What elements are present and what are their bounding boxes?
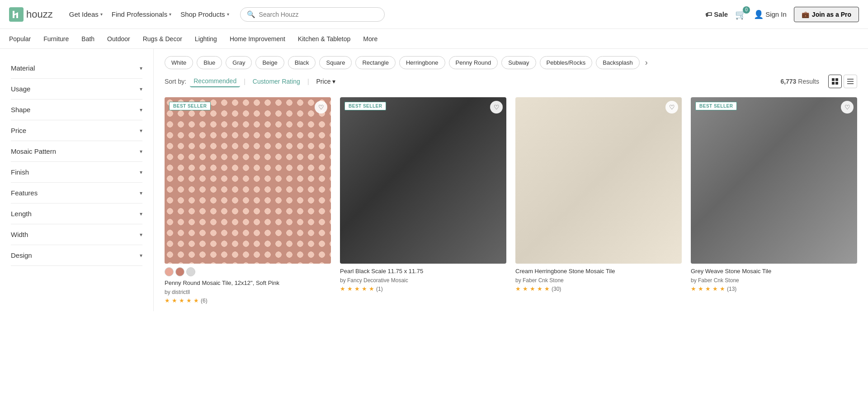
filter-finish-header[interactable]: Finish ▾ (11, 162, 142, 182)
subnav-outdoor[interactable]: Outdoor (107, 35, 130, 43)
star-4: ★ (186, 297, 192, 304)
product-rating-4: ★ ★ ★ ★ ★ (13) (691, 285, 857, 292)
nav-shop-products[interactable]: Shop Products ▾ (177, 10, 232, 18)
color-swatches-1 (165, 267, 331, 276)
main-nav: Get Ideas ▾ Find Professionals ▾ Shop Pr… (66, 10, 233, 18)
filter-design-header[interactable]: Design ▾ (11, 245, 142, 265)
star-5: ★ (193, 297, 199, 304)
sort-recommended[interactable]: Recommended (190, 76, 240, 87)
chip-black[interactable]: Black (288, 56, 316, 69)
sort-price[interactable]: Price ▾ (313, 76, 340, 87)
subnav-more[interactable]: More (363, 35, 377, 43)
star-3: ★ (179, 297, 184, 304)
user-icon: 👤 (754, 9, 764, 19)
product-brand-4: by Faber Cnk Stone (691, 277, 857, 284)
nav-get-ideas[interactable]: Get Ideas ▾ (66, 10, 106, 18)
chip-backsplash[interactable]: Backsplash (596, 56, 639, 69)
rating-count-1: (6) (201, 298, 208, 304)
chip-blue[interactable]: Blue (197, 56, 222, 69)
star-1: ★ (691, 285, 696, 292)
chip-pebbles-rocks[interactable]: Pebbles/Rocks (540, 56, 593, 69)
cart-button[interactable]: 🛒 0 (735, 9, 746, 20)
chip-subway[interactable]: Subway (501, 56, 536, 69)
product-image-wrap-4: BEST SELLER ♡ (691, 97, 857, 264)
sign-in-button[interactable]: 👤 Sign In (754, 9, 787, 19)
chip-penny-round[interactable]: Penny Round (449, 56, 498, 69)
best-seller-badge-2: BEST SELLER (344, 102, 386, 110)
wishlist-button-2[interactable]: ♡ (490, 101, 503, 114)
swatch-pink[interactable] (165, 267, 174, 276)
svg-rect-6 (847, 81, 854, 82)
filter-features: Features ▾ (11, 183, 142, 204)
sale-button[interactable]: 🏷 Sale (705, 10, 728, 18)
filter-shape: Shape ▾ (11, 99, 142, 120)
logo[interactable]: houzz (9, 7, 53, 22)
subnav-kitchen-tabletop[interactable]: Kitchen & Tabletop (298, 35, 351, 43)
chips-more-button[interactable]: › (643, 58, 650, 67)
product-brand-3: by Faber Cnk Stone (515, 277, 682, 284)
chip-square[interactable]: Square (319, 56, 352, 69)
main-content: Material ▾ Usage ▾ Shape ▾ Price ▾ Mosai (0, 49, 868, 311)
filter-price-header[interactable]: Price ▾ (11, 120, 142, 141)
star-4: ★ (712, 285, 718, 292)
filter-material-header[interactable]: Material ▾ (11, 58, 142, 78)
product-card-4: BEST SELLER ♡ Grey Weave Stone Mosaic Ti… (691, 97, 857, 304)
chevron-down-icon: ▾ (140, 65, 142, 71)
product-card-3: ♡ Cream Herringbone Stone Mosaic Tile by… (515, 97, 682, 304)
grid-view-button[interactable] (828, 75, 842, 88)
swatch-terracotta[interactable] (175, 267, 184, 276)
list-view-button[interactable] (844, 75, 857, 88)
filter-usage-header[interactable]: Usage ▾ (11, 79, 142, 99)
chevron-down-icon: ▾ (332, 78, 335, 85)
star-4: ★ (537, 285, 542, 292)
subnav-popular[interactable]: Popular (9, 35, 31, 43)
sort-customer-rating[interactable]: Customer Rating (249, 76, 304, 87)
cart-badge: 0 (743, 6, 750, 14)
briefcase-icon: 💼 (802, 11, 809, 18)
filter-length-header[interactable]: Length ▾ (11, 204, 142, 224)
star-3: ★ (530, 285, 535, 292)
filter-chips: White Blue Gray Beige Black Square Recta… (165, 56, 857, 69)
chip-beige[interactable]: Beige (255, 56, 284, 69)
chip-rectangle[interactable]: Rectangle (355, 56, 396, 69)
wishlist-button-4[interactable]: ♡ (841, 101, 854, 114)
star-2: ★ (698, 285, 703, 292)
swatch-grey[interactable] (186, 267, 195, 276)
filter-price: Price ▾ (11, 120, 142, 141)
product-image-2 (340, 97, 506, 264)
subnav-rugs-decor[interactable]: Rugs & Decor (143, 35, 182, 43)
product-rating-1: ★ ★ ★ ★ ★ (6) (165, 297, 331, 304)
svg-rect-7 (847, 83, 854, 84)
subnav-furniture[interactable]: Furniture (43, 35, 69, 43)
filter-shape-header[interactable]: Shape ▾ (11, 99, 142, 120)
filter-width-header[interactable]: Width ▾ (11, 224, 142, 245)
subnav-home-improvement[interactable]: Home Improvement (230, 35, 285, 43)
chip-white[interactable]: White (165, 56, 193, 69)
filter-width: Width ▾ (11, 224, 142, 245)
filter-finish: Finish ▾ (11, 162, 142, 183)
chip-gray[interactable]: Gray (226, 56, 252, 69)
nav-find-professionals[interactable]: Find Professionals ▾ (108, 10, 175, 18)
star-5-half: ★ (544, 285, 550, 292)
subnav-lighting[interactable]: Lighting (195, 35, 217, 43)
chevron-down-icon: ▾ (140, 107, 142, 113)
best-seller-badge-4: BEST SELLER (695, 102, 737, 110)
subnav-bath[interactable]: Bath (81, 35, 94, 43)
list-icon (847, 78, 854, 85)
wishlist-button-1[interactable]: ♡ (315, 101, 327, 114)
star-2: ★ (523, 285, 528, 292)
product-image-wrap-3: ♡ (515, 97, 682, 264)
product-image-wrap-1: BEST SELLER ♡ (165, 97, 331, 264)
wishlist-button-3[interactable]: ♡ (665, 101, 678, 114)
search-input[interactable] (259, 11, 378, 18)
filter-mosaic-pattern-header[interactable]: Mosaic Pattern ▾ (11, 141, 142, 161)
product-brand-2: by Fancy Decorative Mosaic (340, 277, 506, 284)
join-as-pro-button[interactable]: 💼 Join as a Pro (794, 7, 859, 22)
logo-text: houzz (26, 9, 53, 20)
product-image-4 (691, 97, 857, 264)
chevron-down-icon: ▾ (140, 190, 142, 196)
product-image-wrap-2: BEST SELLER ♡ (340, 97, 506, 264)
filter-features-header[interactable]: Features ▾ (11, 183, 142, 203)
chip-herringbone[interactable]: Herringbone (399, 56, 445, 69)
svg-rect-2 (835, 78, 838, 81)
